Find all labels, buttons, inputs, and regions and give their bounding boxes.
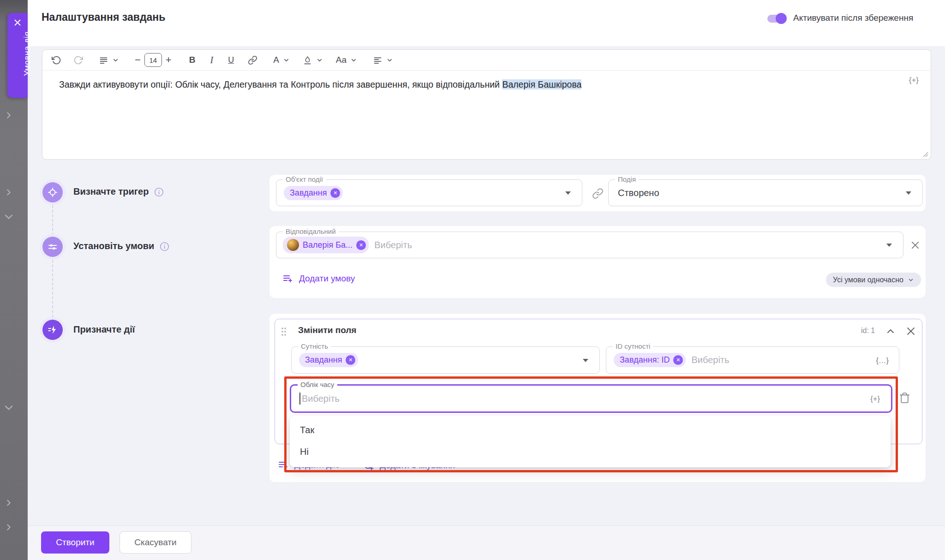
event-field[interactable]: Подія Створено (608, 179, 923, 206)
chevron-down-icon[interactable] (386, 53, 393, 67)
conditions-step-label: Установіть умови (73, 241, 154, 251)
undo-icon[interactable] (52, 53, 61, 67)
chip-remove-icon[interactable]: ✕ (330, 188, 340, 198)
typography-button[interactable]: Aa (336, 53, 347, 67)
chevron-down-icon[interactable] (2, 401, 12, 411)
conditions-step-row: Установіть умови (73, 241, 169, 251)
line-height-icon[interactable] (99, 53, 108, 67)
chevron-down-icon[interactable] (112, 53, 119, 67)
info-icon[interactable] (154, 187, 164, 197)
playlist-add-icon (278, 459, 289, 471)
collapse-card-icon[interactable] (885, 326, 896, 339)
remove-condition-icon[interactable] (910, 240, 921, 252)
time-tracking-field[interactable]: Облік часу Виберіть {+} (290, 384, 892, 413)
side-tab-label: Умовна дія (23, 31, 32, 76)
editor-content[interactable]: Завжди активувовути опції: Облік часу, Д… (59, 78, 898, 91)
create-button[interactable]: Створити (41, 531, 109, 554)
font-size-value[interactable]: 14 (144, 53, 162, 67)
conditions-step-icon (40, 234, 66, 260)
action-card-id: id: 1 (861, 327, 875, 335)
chip-remove-icon[interactable]: ✕ (346, 355, 355, 365)
steps-connector (52, 205, 53, 317)
event-object-field[interactable]: Об'єкт події Завдання ✕ (276, 179, 582, 206)
drag-handle-icon[interactable] (280, 326, 287, 337)
font-color-button[interactable]: A (273, 53, 279, 67)
font-size-increase-button[interactable]: + (166, 53, 172, 67)
chevron-down-icon[interactable] (316, 53, 323, 67)
toggle-label: Активувати після збереження (793, 13, 913, 23)
chevron-down-icon[interactable] (283, 53, 290, 67)
trigger-step-label: Визначте тригер (73, 186, 149, 197)
bolt-icon (42, 320, 63, 340)
redo-icon[interactable] (73, 53, 83, 67)
time-tracking-placeholder: Виберіть (302, 393, 340, 404)
italic-button[interactable]: I (210, 53, 213, 67)
dropdown-arrow-icon[interactable] (906, 191, 911, 195)
actions-step-icon (40, 317, 66, 343)
avatar (287, 239, 299, 251)
insert-variable-token[interactable]: {+} (909, 76, 919, 85)
dropdown-arrow-icon[interactable] (886, 244, 892, 247)
trigger-card: Об'єкт події Завдання ✕ Подія Створено (269, 175, 926, 211)
event-object-chip[interactable]: Завдання ✕ (284, 186, 343, 200)
page-title: Налаштування завдань (42, 11, 165, 24)
entity-id-field[interactable]: ID сутності Завдання: ID ✕ Виберіть {…} (606, 346, 899, 374)
chip-remove-icon[interactable]: ✕ (356, 240, 366, 250)
trigger-step-icon (40, 179, 66, 205)
entity-id-placeholder: Виберіть (691, 355, 729, 365)
time-tracking-dropdown: Так Ні (290, 416, 891, 467)
add-condition-button[interactable]: Додати умову (282, 273, 355, 284)
chevron-right-icon[interactable] (4, 522, 14, 532)
entity-chip[interactable]: Завдання ✕ (299, 353, 358, 367)
dropdown-arrow-icon[interactable] (565, 191, 571, 195)
editor-toolbar: − 14 + B I U A Aa (42, 50, 931, 71)
bold-button[interactable]: B (189, 53, 196, 67)
highlight-color-icon[interactable] (303, 53, 312, 67)
entity-field[interactable]: Сутність Завдання ✕ (291, 346, 600, 374)
chevron-right-icon[interactable] (4, 498, 14, 508)
remove-action-icon[interactable] (905, 326, 916, 339)
link-entities-icon[interactable] (592, 188, 604, 201)
chevron-down-icon[interactable] (2, 210, 12, 220)
toggle-knob (776, 13, 787, 24)
event-value: Створено (618, 188, 659, 198)
chevron-down-icon[interactable] (350, 53, 357, 67)
responsible-field[interactable]: Відповідальний Валерія Ба... ✕ Виберіть (276, 232, 903, 258)
chevron-right-icon[interactable] (4, 110, 14, 120)
actions-step-label: Призначте дії (73, 324, 135, 335)
underline-button[interactable]: U (228, 53, 234, 67)
actions-step-row: Призначте дії (73, 324, 135, 335)
responsible-chip[interactable]: Валерія Ба... ✕ (283, 237, 369, 253)
trash-icon[interactable] (899, 392, 910, 405)
info-icon[interactable] (160, 242, 169, 251)
dropdown-option-no[interactable]: Ні (290, 441, 891, 463)
dropdown-arrow-icon[interactable] (583, 359, 588, 362)
font-size-decrease-button[interactable]: − (135, 53, 141, 67)
align-icon[interactable] (373, 53, 383, 67)
editor-text: Завжди активувовути опції: Облік часу, Д… (59, 79, 502, 89)
dropdown-option-yes[interactable]: Так (290, 419, 891, 441)
task-settings-dialog: Умовна дія Налаштування завдань Активува… (0, 0, 945, 560)
editor-highlighted-text: Валерія Башкірова (502, 79, 581, 89)
entity-id-chip[interactable]: Завдання: ID ✕ (614, 353, 686, 367)
conditions-card: Відповідальний Валерія Ба... ✕ Виберіть … (269, 226, 926, 298)
cancel-button[interactable]: Скасувати (120, 531, 191, 554)
trigger-step-row: Визначте тригер (73, 186, 164, 197)
insert-variable-token[interactable]: {+} (870, 394, 880, 403)
activate-toggle[interactable] (767, 15, 785, 23)
activate-after-save-toggle-row: Активувати після збереження (767, 13, 913, 23)
chip-remove-icon[interactable]: ✕ (673, 355, 683, 365)
target-icon (42, 182, 63, 203)
side-tab-conditional-action[interactable]: Умовна дія (7, 13, 28, 98)
chevron-right-icon[interactable] (4, 187, 14, 197)
sliders-icon (42, 237, 63, 257)
responsible-placeholder: Виберіть (374, 240, 412, 250)
rich-text-editor[interactable]: − 14 + B I U A Aa (42, 49, 931, 160)
text-cursor (299, 393, 300, 405)
braces-token-icon[interactable]: {…} (876, 356, 889, 364)
action-card-title: Змінити поля (298, 325, 356, 335)
link-icon[interactable] (248, 53, 257, 67)
conditions-mode-select[interactable]: Усі умови одночасно (826, 273, 921, 287)
close-icon[interactable] (12, 18, 23, 28)
resize-handle-icon[interactable] (922, 151, 928, 157)
